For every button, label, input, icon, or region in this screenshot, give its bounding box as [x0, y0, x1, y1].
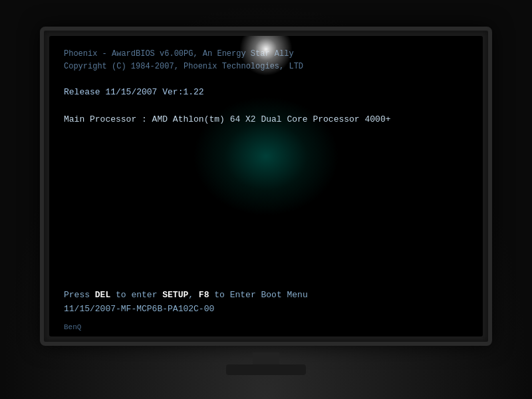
- f8-key: F8: [199, 290, 209, 300]
- bios-line-5: [64, 99, 468, 112]
- boot-menu-text: to Enter Boot Menu: [209, 290, 307, 300]
- bios-line-2: Copyright (C) 1984-2007, Phoenix Technol…: [64, 61, 468, 73]
- bios-bottom-section: Press DEL to enter SETUP, F8 to Enter Bo…: [64, 289, 468, 317]
- bios-press-del-line: Press DEL to enter SETUP, F8 to Enter Bo…: [64, 289, 468, 303]
- del-key: DEL: [95, 290, 110, 300]
- bios-line-4: Release 11/15/2007 Ver:1.22: [64, 86, 468, 99]
- bios-line-1: Phoenix - AwardBIOS v6.00PG, An Energy S…: [64, 48, 468, 61]
- press-text: Press: [64, 290, 95, 300]
- to-enter-text: to enter: [110, 290, 162, 300]
- setup-label: SETUP: [162, 290, 188, 300]
- comma-space: ,: [188, 290, 199, 300]
- bios-line-3: [64, 72, 468, 86]
- monitor-bezel: Phoenix - AwardBIOS v6.00PG, An Energy S…: [40, 27, 492, 346]
- monitor-brand-label: BenQ: [64, 323, 81, 331]
- monitor-screen: Phoenix - AwardBIOS v6.00PG, An Energy S…: [49, 36, 483, 336]
- monitor-stand: [253, 352, 279, 366]
- photo-frame: Phoenix - AwardBIOS v6.00PG, An Energy S…: [0, 0, 532, 399]
- monitor-base-foot: [226, 364, 306, 375]
- bios-id-line: 11/15/2007-MF-MCP6B-PA102C-00: [64, 303, 468, 317]
- bios-line-6: Main Processor : AMD Athlon(tm) 64 X2 Du…: [64, 113, 468, 126]
